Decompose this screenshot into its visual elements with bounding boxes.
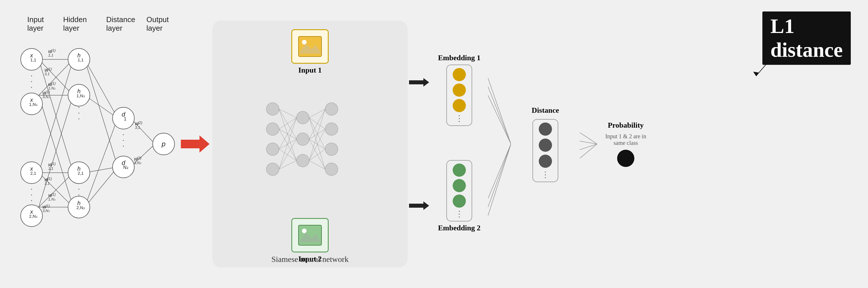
connector-area (488, 21, 511, 267)
dist-to-prob-svg (580, 21, 597, 267)
embedding1: Embedding 1 ⋮ (438, 54, 480, 126)
emb1-dots: ⋮ (455, 115, 463, 123)
svg-line-73 (580, 144, 597, 150)
weight-w2-31-sup: (2) (138, 121, 143, 125)
dist-circle2 (539, 138, 552, 152)
node-x1n1-sub: 1,N₁ (29, 102, 37, 107)
svg-line-71 (580, 132, 597, 144)
svg-line-74 (580, 144, 597, 158)
svg-line-68 (488, 144, 511, 198)
emb2-box: ⋮ (446, 160, 472, 221)
svg-point-29 (297, 133, 309, 146)
input2-box (291, 218, 329, 252)
distance-box-container: Distance ⋮ (532, 106, 559, 182)
distance-layer-label: Distance (106, 15, 135, 24)
svg-point-31 (325, 103, 338, 115)
input1-label: Input 1 (298, 66, 322, 74)
probability-sublabel: Input 1 & 2 are in same class (603, 133, 649, 146)
svg-line-66 (488, 87, 511, 144)
svg-line-67 (488, 95, 511, 144)
svg-point-33 (325, 143, 338, 156)
svg-line-49 (309, 118, 325, 149)
big-arrow-svg (181, 134, 210, 154)
svg-point-34 (325, 163, 338, 175)
distance-layer-label2: layer (106, 24, 123, 32)
svg-line-57 (309, 149, 325, 161)
svg-line-18 (131, 118, 155, 144)
input2-image-icon (297, 224, 323, 247)
weight-w2-3n2-sup: (2) (137, 156, 142, 160)
dots-hidden-top3: · (78, 114, 80, 123)
svg-line-48 (309, 118, 325, 129)
l1-arrow-svg (745, 53, 779, 82)
prob-content: Probability Input 1 & 2 are in same clas… (603, 121, 649, 167)
hidden-layer-label2: layer (63, 24, 80, 32)
svg-line-75 (756, 56, 773, 76)
emb1-box: ⋮ (446, 65, 472, 126)
svg-point-32 (325, 123, 338, 135)
input1-box (291, 29, 329, 64)
weight-w1-31-sub: 3,1 (44, 72, 50, 76)
emb2-label: Embedding 2 (438, 224, 480, 232)
dots-input-bot3: · (30, 196, 33, 204)
svg-line-69 (488, 144, 511, 207)
weight-w2-3n2-sub: 3,N₂ (134, 161, 142, 165)
siamese-nn-svg (255, 74, 365, 218)
probability-label: Probability (608, 121, 644, 130)
weight-w1-11b-sub: 1,1 (48, 166, 53, 171)
weight-w1-11b-sup: (1) (51, 161, 56, 166)
distance-label: Distance (532, 106, 559, 115)
nn-svg: Input layer Hidden layer Distance layer … (11, 6, 178, 282)
dots-input-top3: · (30, 82, 33, 91)
nn-diagram: Input layer Hidden layer Distance layer … (11, 6, 178, 282)
svg-line-16 (85, 59, 118, 167)
nn-visual-center (218, 74, 402, 218)
node-p-label: p (161, 140, 165, 148)
node-d1-sub: 1 (124, 117, 127, 121)
arrows-to-emb (408, 21, 431, 267)
arrow-to-emb2 (409, 201, 429, 210)
node-dn2-sub: N₂ (123, 165, 128, 170)
svg-point-27 (267, 163, 279, 175)
weight-w1-11-sub: 1,1 (48, 53, 53, 57)
emb1-circle2 (453, 84, 466, 97)
svg-line-56 (309, 129, 325, 161)
weight-w1-31-sup: (1) (48, 67, 52, 71)
input-layer-label: Input (27, 15, 44, 24)
weight-w1-3n1-sub: 3,N₁ (42, 95, 50, 99)
svg-point-28 (297, 111, 309, 124)
probability-circle (617, 150, 634, 167)
weight-w1-3n1b-sup: (1) (45, 204, 50, 208)
weight-w1-1n1-sup: (1) (51, 81, 56, 86)
node-x21-sub: 2,1 (30, 171, 36, 175)
l1-arrow-area (745, 53, 779, 83)
weight-w1-31b-sup: (1) (48, 177, 52, 181)
output-layer-label: Output (146, 15, 169, 24)
emb2-circle3 (453, 194, 466, 208)
main-container: Input layer Hidden layer Distance layer … (0, 0, 868, 288)
svg-line-12 (85, 59, 118, 118)
probability-section: Probability Input 1 & 2 are in same clas… (597, 21, 654, 267)
emb2-circle1 (453, 163, 466, 177)
svg-marker-64 (409, 201, 429, 210)
weight-w1-3n1b-sub: 3,N₁ (42, 209, 50, 213)
dist-circle1 (539, 123, 552, 136)
node-h21-sub: 2,1 (78, 171, 84, 175)
dist-dots: ⋮ (541, 171, 549, 179)
emb2-dots: ⋮ (455, 210, 463, 218)
embeddings-container: Embedding 1 ⋮ ⋮ Embedding 2 (431, 21, 488, 267)
input-layer-label2: layer (27, 24, 43, 32)
weight-w1-1n1b-sup: (1) (51, 192, 56, 196)
output-layer-label2: layer (146, 24, 163, 32)
node-x2n1-sub: 2,N₁ (29, 214, 37, 219)
node-h11-sub: 1,1 (78, 57, 84, 62)
node-h2n2-sub: 2,N₂ (76, 205, 85, 210)
input1-image-icon (297, 35, 323, 58)
svg-point-26 (267, 143, 279, 156)
hidden-layer-label: Hidden (63, 15, 87, 24)
connector-svg (488, 21, 511, 267)
distance-section: Distance ⋮ (511, 21, 580, 267)
svg-line-13 (85, 95, 118, 118)
svg-point-24 (267, 103, 279, 115)
dots-dist3: · (122, 141, 125, 150)
